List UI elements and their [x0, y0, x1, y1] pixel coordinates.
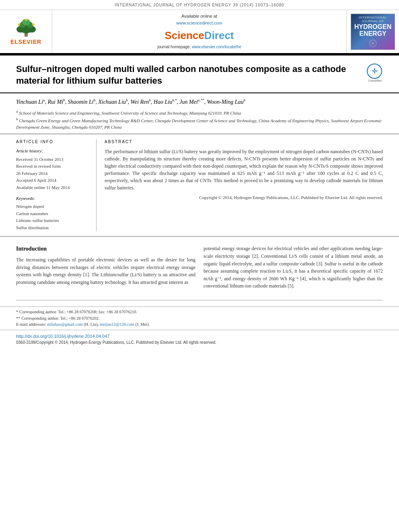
journal-cover-title-text: International Journal of — [353, 16, 393, 23]
journal-header: ELSEVIER Available online at www.science… — [0, 10, 399, 54]
journal-cover-thumbnail: International Journal of HYDROGEN ENERGY — [351, 14, 395, 50]
crossmark-icon[interactable]: ✛ — [367, 64, 382, 79]
keyword-4: Sulfur distribution — [16, 224, 90, 232]
article-history: Article history: Received 31 October 201… — [16, 148, 90, 191]
crossmark-badge[interactable]: ✛ CrossMark — [367, 64, 383, 80]
article-title-section: Sulfur–nitrogen doped multi walled carbo… — [0, 55, 399, 93]
doi-link[interactable]: http://dx.doi.org/10.1016/j.ijhydene.201… — [16, 334, 109, 339]
body-left-col: Introduction The increasing capabilities… — [16, 245, 195, 290]
body-right-col: potential energy storage devices for ele… — [204, 245, 383, 290]
elsevier-logo-area: ELSEVIER — [0, 10, 52, 53]
available-date: Available online 11 May 2014 — [16, 184, 90, 191]
keywords-section: Keywords: Nitrogen doped Carbon nanotube… — [16, 195, 90, 232]
article-info-heading: ARTICLE INFO — [16, 139, 90, 145]
cover-graphic-icon — [365, 39, 381, 48]
footnotes-section: * Corresponding author. Tel.: +86 28 670… — [0, 306, 399, 330]
sciencedirect-url[interactable]: www.sciencedirect.com — [176, 20, 222, 26]
body-section: Introduction The increasing capabilities… — [0, 237, 399, 298]
journal-homepage-link[interactable]: www.elsevier.com/locate/he — [192, 45, 241, 49]
email-link-liu[interactable]: mliuhao@gmail.com — [47, 322, 83, 327]
keyword-2: Carbon nanotubes — [16, 210, 90, 218]
footer-issn: 0360-3199/Copyright © 2014, Hydrogen Ene… — [16, 340, 383, 345]
keyword-3: Lithium–sulfur batteries — [16, 217, 90, 224]
journal-homepage: journal homepage: www.elsevier.com/locat… — [157, 44, 241, 50]
author-wei: Wei Ren — [131, 99, 149, 105]
author-hao: Hao Liu — [154, 99, 172, 105]
introduction-right-para: potential energy storage devices for ele… — [204, 245, 383, 290]
article-info-col: ARTICLE INFO Article history: Received 3… — [16, 139, 97, 231]
svg-point-9 — [32, 23, 35, 26]
svg-point-7 — [18, 23, 20, 26]
copyright-text: Copyright © 2014, Hydrogen Energy Public… — [105, 195, 383, 201]
email-link-mei[interactable]: meijun12@126.com — [100, 322, 134, 327]
abstract-col: ABSTRACT The performance of lithium sulf… — [105, 139, 383, 231]
abstract-heading: ABSTRACT — [105, 139, 383, 145]
article-title-container: Sulfur–nitrogen doped multi walled carbo… — [16, 64, 361, 86]
affiliation-b: b Chengdu Green Energy and Green Manufac… — [16, 117, 383, 131]
history-title: Article history: — [16, 148, 90, 154]
keywords-title: Keywords: — [16, 195, 90, 201]
abstract-text: The performance of lithium sulfur (Li/S)… — [105, 148, 383, 191]
revised-date: Received in revised form 26 February 201… — [16, 163, 90, 177]
journal-header-bar: INTERNATIONAL JOURNAL OF HYDROGEN ENERGY… — [0, 0, 399, 10]
journal-cover-main-text: HYDROGEN ENERGY — [354, 23, 391, 37]
author-xichuan: Xichuan Liu — [98, 99, 126, 105]
received-date: Received 31 October 2013 — [16, 156, 90, 163]
authors-section: Yinchuan Lia, Rui Mib, Shaomin Lib, Xich… — [0, 93, 399, 134]
author-yinchuan: Yinchuan Li — [16, 99, 43, 105]
footer-section: http://dx.doi.org/10.1016/j.ijhydene.201… — [0, 330, 399, 348]
elsevier-logo-icon — [10, 17, 42, 38]
author-woon: Woon-Ming Lau — [207, 99, 244, 105]
accepted-date: Accepted 6 April 2014 — [16, 177, 90, 184]
affiliations: a School of Materials Science and Engine… — [16, 109, 383, 130]
authors-list: Yinchuan Lia, Rui Mib, Shaomin Lib, Xich… — [16, 97, 383, 107]
journal-cover-area: International Journal of HYDROGEN ENERGY — [347, 10, 399, 53]
two-col-body: Introduction The increasing capabilities… — [16, 245, 383, 290]
introduction-heading: Introduction — [16, 245, 195, 253]
sciencedirect-logo: ScienceDirect — [165, 28, 234, 43]
footnote-1: * Corresponding author. Tel.: +86 28 670… — [16, 309, 383, 315]
svg-point-8 — [25, 18, 27, 21]
author-shaomin: Shaomin Li — [68, 99, 94, 105]
sciencedirect-header: Available online at www.sciencedirect.co… — [52, 10, 347, 53]
author-rui: Rui Mi — [48, 99, 64, 105]
footnote-emails: E-mail addresses: mliuhao@gmail.com (H. … — [16, 321, 383, 328]
affiliation-a: a School of Materials Science and Engine… — [16, 109, 383, 116]
article-info-abstract-section: ARTICLE INFO Article history: Received 3… — [0, 134, 399, 236]
introduction-left-para: The increasing capabilities of portable … — [16, 256, 195, 286]
keyword-1: Nitrogen doped — [16, 203, 90, 210]
elsevier-wordmark: ELSEVIER — [10, 38, 41, 46]
article-title: Sulfur–nitrogen doped multi walled carbo… — [16, 64, 361, 86]
available-text: Available online at — [181, 13, 217, 19]
footnote-2: ** Corresponding author. Tel.: +86 28 67… — [16, 315, 383, 322]
author-jun: Jun Mei — [179, 99, 197, 105]
